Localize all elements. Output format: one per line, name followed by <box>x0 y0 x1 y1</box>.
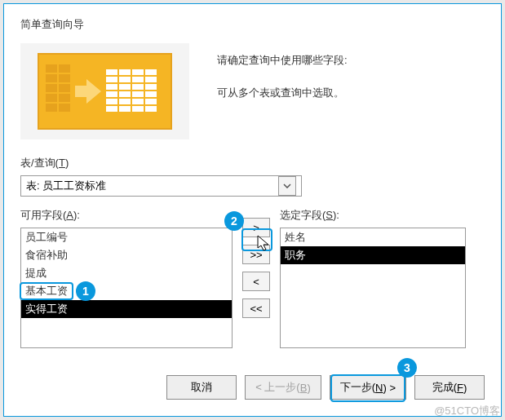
svg-rect-15 <box>145 69 157 75</box>
svg-rect-11 <box>59 104 70 112</box>
instruction-line-1: 请确定查询中使用哪些字段: <box>217 53 348 68</box>
callout-2: 2 <box>224 211 244 231</box>
svg-rect-9 <box>59 94 70 102</box>
dialog-title: 简单查询向导 <box>20 17 485 32</box>
svg-rect-6 <box>46 84 57 92</box>
svg-rect-12 <box>106 69 117 75</box>
list-item[interactable]: 基本工资 <box>21 282 232 300</box>
instruction-block: 请确定查询中使用哪些字段: 可从多个表或查询中选取。 <box>217 43 348 139</box>
list-item[interactable]: 提成 <box>21 264 232 282</box>
svg-rect-7 <box>59 84 70 92</box>
svg-rect-24 <box>106 91 117 97</box>
callout-1: 1 <box>76 281 95 301</box>
svg-rect-3 <box>59 64 70 73</box>
svg-rect-31 <box>145 99 157 104</box>
list-item[interactable]: 员工编号 <box>21 228 232 246</box>
callout-3: 3 <box>397 358 417 378</box>
available-fields-listbox[interactable]: 员工编号 食宿补助 提成 基本工资 实得工资 <box>20 228 233 348</box>
table-query-selected-value: 表: 员工工资标准 <box>26 179 106 193</box>
svg-rect-22 <box>132 84 144 90</box>
cancel-button[interactable]: 取消 <box>166 375 237 400</box>
svg-rect-33 <box>119 106 131 112</box>
svg-rect-17 <box>119 77 131 82</box>
svg-rect-34 <box>132 106 144 112</box>
svg-rect-8 <box>46 94 57 102</box>
svg-rect-35 <box>145 106 157 112</box>
finish-button[interactable]: 完成(F) <box>414 375 485 400</box>
svg-rect-20 <box>106 84 117 90</box>
svg-rect-16 <box>106 77 117 82</box>
svg-rect-14 <box>132 69 144 75</box>
wizard-illustration <box>20 43 189 139</box>
svg-rect-32 <box>106 106 117 112</box>
svg-rect-18 <box>132 77 144 82</box>
svg-rect-13 <box>119 69 131 75</box>
svg-rect-26 <box>132 91 144 97</box>
remove-all-button[interactable]: << <box>242 298 270 318</box>
svg-rect-27 <box>145 91 157 97</box>
svg-rect-28 <box>106 99 117 104</box>
remove-one-button[interactable]: < <box>242 272 270 291</box>
svg-rect-21 <box>119 84 131 90</box>
svg-marker-37 <box>258 236 268 250</box>
svg-rect-30 <box>132 99 144 104</box>
svg-rect-5 <box>59 74 70 82</box>
instruction-line-2: 可从多个表或查询中选取。 <box>217 86 348 100</box>
simple-query-wizard-dialog: 简单查询向导 <box>3 3 502 417</box>
table-query-label: 表/查询(T) <box>20 156 485 170</box>
svg-rect-25 <box>119 91 131 97</box>
svg-rect-2 <box>46 64 57 73</box>
list-item[interactable]: 实得工资 <box>21 300 232 318</box>
list-item[interactable]: 姓名 <box>281 228 465 246</box>
svg-rect-23 <box>145 84 157 90</box>
svg-rect-19 <box>145 77 157 82</box>
list-item[interactable]: 职务 <box>281 246 465 264</box>
next-button[interactable]: 下一步(N) > <box>330 375 406 400</box>
chevron-down-icon[interactable] <box>278 176 296 196</box>
table-query-combobox[interactable]: 表: 员工工资标准 <box>20 175 302 197</box>
list-item[interactable]: 食宿补助 <box>21 246 232 264</box>
svg-rect-29 <box>119 99 131 104</box>
watermark: @51CTO博客 <box>434 404 500 418</box>
svg-rect-10 <box>46 104 57 112</box>
cursor-icon <box>257 235 272 253</box>
svg-rect-4 <box>46 74 57 82</box>
available-fields-label: 可用字段(A): <box>20 208 233 223</box>
selected-fields-label: 选定字段(S): <box>280 208 466 223</box>
selected-fields-listbox[interactable]: 姓名 职务 <box>280 228 466 348</box>
back-button: < 上一步(B) <box>245 375 321 400</box>
